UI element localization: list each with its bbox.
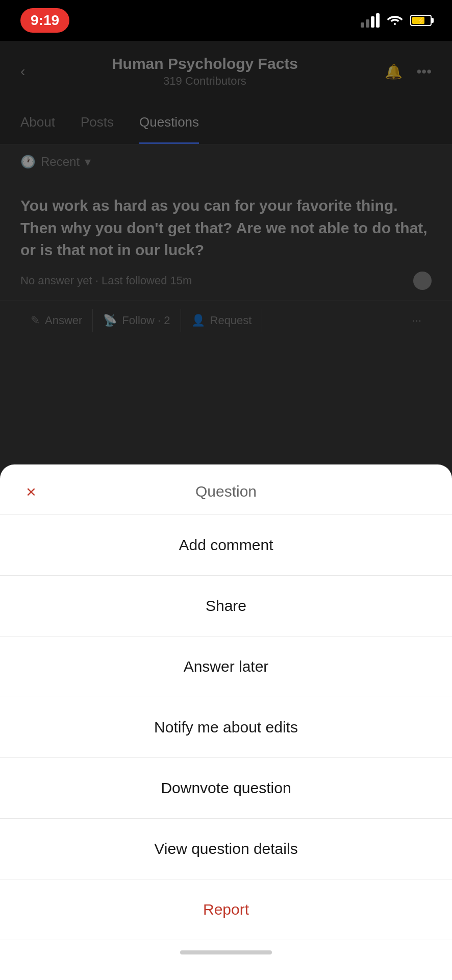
- signal-bars-icon: [361, 13, 380, 28]
- status-bar: 9:19 ⚡: [0, 0, 452, 41]
- close-icon: ×: [26, 483, 36, 500]
- home-indicator: [180, 950, 272, 954]
- status-icons: ⚡: [361, 13, 432, 28]
- svg-point-0: [394, 23, 396, 25]
- share-label: Share: [206, 597, 246, 615]
- wifi-icon: [387, 13, 403, 28]
- view-details-item[interactable]: View question details: [0, 819, 452, 879]
- share-item[interactable]: Share: [0, 576, 452, 636]
- status-time: 9:19: [20, 8, 69, 33]
- add-comment-item[interactable]: Add comment: [0, 515, 452, 576]
- bottom-sheet: × Question Add comment Share Answer late…: [0, 464, 452, 980]
- add-comment-label: Add comment: [179, 536, 273, 554]
- answer-later-item[interactable]: Answer later: [0, 636, 452, 697]
- downvote-item[interactable]: Downvote question: [0, 758, 452, 819]
- sheet-title: Question: [195, 483, 257, 500]
- close-button[interactable]: ×: [18, 479, 44, 504]
- report-item[interactable]: Report: [0, 879, 452, 940]
- view-details-label: View question details: [154, 840, 297, 857]
- downvote-label: Downvote question: [161, 779, 291, 797]
- battery-icon: ⚡: [410, 15, 432, 26]
- report-label: Report: [203, 901, 249, 918]
- sheet-header: × Question: [0, 464, 452, 515]
- notify-edits-label: Notify me about edits: [154, 719, 298, 736]
- notify-edits-item[interactable]: Notify me about edits: [0, 697, 452, 758]
- answer-later-label: Answer later: [184, 658, 269, 675]
